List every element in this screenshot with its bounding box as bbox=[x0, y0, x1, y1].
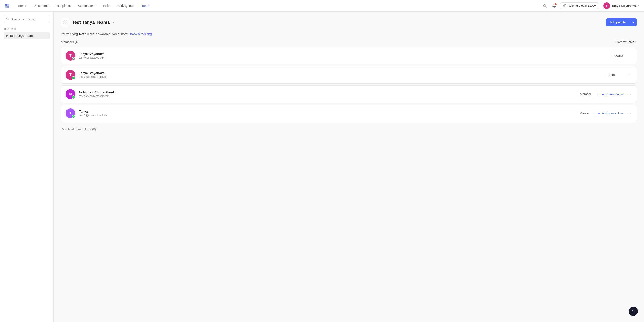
member-email: tas@contractbook.dk bbox=[79, 56, 605, 59]
logo[interactable] bbox=[4, 2, 11, 10]
help-button[interactable]: ? bbox=[629, 307, 638, 316]
member-avatar-wrap: N ✓ bbox=[66, 89, 75, 99]
member-card: T ⚙ Tanya Stoyanova tas@contractbook.dk … bbox=[61, 47, 637, 64]
team-header: Test Tanya Team1 ▾ Add people ▾ bbox=[61, 18, 637, 27]
nav-links: Home Documents Templates Automations Tas… bbox=[14, 0, 541, 12]
nav-team[interactable]: Team bbox=[138, 0, 153, 12]
member-avatar-wrap: T ⚙ bbox=[66, 51, 75, 60]
refer-label: Refer and earn $1000 bbox=[568, 4, 596, 8]
member-name: Nola from Contractbook bbox=[79, 90, 571, 94]
member-name: Tanya Stoyanova bbox=[79, 52, 605, 56]
add-people-button[interactable]: Add people ▾ bbox=[606, 18, 637, 26]
search-icon bbox=[543, 4, 547, 8]
member-card: N ✓ Nola from Contractbook tas+5@contrac… bbox=[61, 86, 637, 103]
sort-control[interactable]: Sort by: Role ▾ bbox=[616, 40, 637, 44]
top-navigation: Home Documents Templates Automations Tas… bbox=[0, 0, 644, 12]
refer-earn-button[interactable]: Refer and earn $1000 bbox=[560, 2, 598, 9]
member-avatar-wrap: T ✓ bbox=[66, 70, 75, 80]
svg-rect-10 bbox=[64, 21, 65, 22]
shield-badge-icon: ⚙ bbox=[72, 57, 75, 60]
member-card: T ✓ Tanya Stoyanova tas+3@contractbook.d… bbox=[61, 66, 637, 84]
member-actions: Add permissions ··· bbox=[598, 92, 632, 97]
more-options-button[interactable]: ··· bbox=[626, 72, 632, 78]
svg-rect-3 bbox=[8, 6, 9, 8]
sort-prefix: Sort by: bbox=[616, 40, 626, 44]
check-badge-icon: ✓ bbox=[72, 96, 75, 99]
plus-icon bbox=[598, 92, 600, 96]
member-role: Viewer bbox=[576, 112, 594, 115]
search-icon bbox=[6, 17, 9, 21]
add-permissions-button[interactable]: Add permissions bbox=[598, 112, 624, 115]
sort-chevron-icon: ▾ bbox=[635, 40, 637, 44]
more-options-button[interactable]: ··· bbox=[626, 92, 632, 97]
svg-rect-2 bbox=[5, 6, 7, 8]
members-header: Members (4) Sort by: Role ▾ bbox=[61, 40, 637, 44]
member-email: tas+2@contractbook.dk bbox=[79, 114, 571, 117]
seats-info: You're using 4 of 10 seats available. Ne… bbox=[61, 32, 637, 36]
nav-home[interactable]: Home bbox=[14, 0, 30, 12]
check-badge-icon: ✓ bbox=[72, 76, 75, 80]
check-badge-icon: ✓ bbox=[72, 115, 75, 118]
add-people-label: Add people bbox=[606, 18, 630, 26]
member-email: tas+5@contractbook.com bbox=[79, 94, 571, 98]
svg-point-4 bbox=[544, 4, 546, 7]
search-input[interactable] bbox=[11, 18, 48, 21]
book-meeting-link[interactable]: Book a meeting bbox=[130, 32, 152, 36]
member-actions: ··· bbox=[626, 72, 632, 78]
user-name: Tanya Stoyanova bbox=[612, 4, 636, 8]
team-icon bbox=[61, 18, 70, 27]
svg-rect-0 bbox=[5, 4, 7, 5]
svg-rect-11 bbox=[66, 21, 67, 22]
notification-badge bbox=[555, 3, 556, 5]
main-content: Test Tanya Team1 ▾ Add people ▾ You're u… bbox=[54, 12, 644, 322]
team-name: Test Tanya Team1 bbox=[72, 20, 110, 25]
member-name: Tanya bbox=[79, 110, 571, 113]
seats-count: 4 of 10 bbox=[79, 32, 88, 36]
sidebar-team-label: Test Tanya Team1 bbox=[10, 34, 34, 38]
member-search-box[interactable] bbox=[4, 15, 50, 23]
member-role: Member bbox=[576, 92, 594, 96]
member-name: Tanya Stoyanova bbox=[79, 71, 599, 75]
more-options-button[interactable]: ··· bbox=[626, 111, 632, 116]
team-dropdown-icon[interactable]: ▾ bbox=[112, 21, 114, 24]
topnav-right-area: Refer and earn $1000 T Tanya Stoyanova ▾ bbox=[541, 2, 640, 10]
seats-prefix: You're using bbox=[61, 32, 79, 36]
sidebar-item-team1[interactable]: Test Tanya Team1 bbox=[4, 32, 50, 39]
member-card: T ✓ Tanya tas+2@contractbook.dk Viewer A… bbox=[61, 105, 637, 122]
user-avatar: T bbox=[603, 2, 610, 9]
seats-suffix: seats available. Need more? bbox=[88, 32, 129, 36]
nav-tasks[interactable]: Tasks bbox=[99, 0, 114, 12]
team-title-area: Test Tanya Team1 ▾ bbox=[61, 18, 114, 27]
nav-templates[interactable]: Templates bbox=[53, 0, 74, 12]
add-people-dropdown-icon[interactable]: ▾ bbox=[630, 18, 637, 26]
member-actions: Add permissions ··· bbox=[598, 111, 632, 116]
search-button[interactable] bbox=[541, 2, 548, 9]
member-avatar-wrap: T ✓ bbox=[66, 108, 75, 118]
add-permissions-button[interactable]: Add permissions bbox=[598, 92, 624, 96]
notifications-button[interactable] bbox=[551, 2, 558, 9]
member-info: Tanya Stoyanova tas+3@contractbook.dk bbox=[79, 71, 599, 78]
sort-value: Role bbox=[628, 40, 634, 44]
team-dot-icon bbox=[6, 35, 8, 37]
member-info: Tanya Stoyanova tas@contractbook.dk bbox=[79, 52, 605, 59]
add-permissions-label: Add permissions bbox=[602, 112, 624, 115]
svg-point-8 bbox=[6, 18, 8, 20]
nav-automations[interactable]: Automations bbox=[74, 0, 99, 12]
members-list: T ⚙ Tanya Stoyanova tas@contractbook.dk … bbox=[61, 47, 637, 122]
member-role: Owner bbox=[611, 54, 628, 58]
svg-rect-13 bbox=[66, 23, 67, 24]
svg-rect-1 bbox=[8, 4, 9, 5]
svg-line-9 bbox=[8, 19, 9, 20]
add-permissions-label: Add permissions bbox=[602, 92, 624, 96]
members-count-label: Members (4) bbox=[61, 40, 78, 44]
member-info: Tanya tas+2@contractbook.dk bbox=[79, 110, 571, 117]
deactivated-members-label: Deactivated members (0) bbox=[61, 128, 637, 131]
member-role: Admin bbox=[605, 73, 622, 77]
nav-activity-feed[interactable]: Activity feed bbox=[114, 0, 138, 12]
svg-line-5 bbox=[546, 6, 546, 8]
svg-rect-12 bbox=[64, 23, 65, 24]
page-layout: Your team Test Tanya Team1 Test Tanya Te… bbox=[0, 12, 644, 322]
nav-documents[interactable]: Documents bbox=[30, 0, 53, 12]
user-menu-button[interactable]: T Tanya Stoyanova ▾ bbox=[602, 2, 640, 10]
chevron-down-icon: ▾ bbox=[638, 4, 639, 7]
